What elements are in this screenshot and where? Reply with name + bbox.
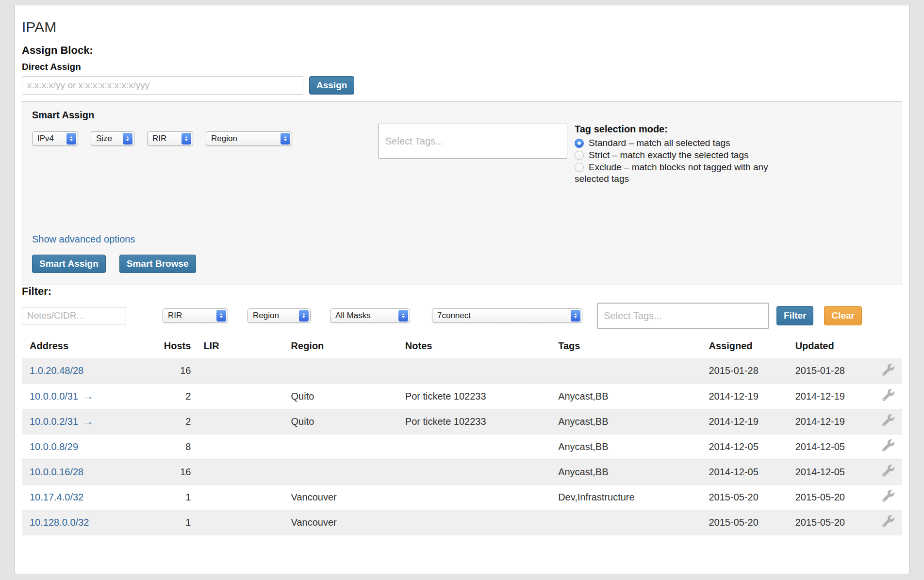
actions-cell <box>869 484 902 510</box>
wrench-icon[interactable] <box>882 490 894 502</box>
col-header-region: Region <box>284 340 398 358</box>
address-link[interactable]: 10.0.0.0/31 <box>30 391 78 402</box>
smart-select-group: IPv4 Size RIR Region <box>32 131 292 146</box>
table-row: 10.0.0.16/28 16 Anycast,BB 2014-12-05 20… <box>22 459 902 484</box>
actions-cell <box>869 459 902 484</box>
notes-cidr-input[interactable] <box>22 307 126 324</box>
direct-assign-input[interactable] <box>22 76 303 95</box>
wrench-icon[interactable] <box>882 364 894 376</box>
tag-mode-option[interactable]: Standard – match all selected tags <box>575 137 827 149</box>
updated-cell: 2014-12-05 <box>789 459 869 484</box>
col-header-notes: Notes <box>398 340 551 358</box>
tag-selection-mode-label: Tag selection mode: <box>575 124 827 135</box>
address-cell: 10.128.0.0/32 <box>22 510 150 535</box>
notes-cell: Por tickete 102233 <box>398 409 551 434</box>
region-cell: Vancouver <box>284 510 398 535</box>
region-cell: Quito <box>284 409 398 434</box>
hosts-cell: 1 <box>150 510 197 535</box>
assign-block-heading: Assign Block: <box>22 44 902 57</box>
chevron-up-down-icon <box>299 310 309 322</box>
lir-cell <box>197 510 284 535</box>
address-cell: 10.0.0.2/31→ <box>22 409 150 434</box>
lir-cell <box>197 434 284 459</box>
ip-version-select-value: IPv4 <box>37 134 54 144</box>
lir-cell <box>197 409 284 434</box>
tags-cell: Dev,Infrastructure <box>551 484 702 510</box>
region-select[interactable]: Region <box>206 131 292 146</box>
wrench-icon[interactable] <box>882 414 894 426</box>
tag-mode-option[interactable]: Strict – match exactly the selected tags <box>575 149 827 161</box>
updated-cell: 2015-01-28 <box>789 358 869 384</box>
table-row: 10.128.0.0/32 1 Vancouver 2015-05-20 201… <box>22 510 902 535</box>
tags-cell: Anycast,BB <box>551 384 702 409</box>
filter-region-select-value: Region <box>253 311 279 321</box>
wrench-icon[interactable] <box>882 439 894 451</box>
page-title: IPAM <box>22 19 902 35</box>
size-select[interactable]: Size <box>91 131 134 146</box>
assign-arrow-icon[interactable]: → <box>83 390 93 402</box>
assign-button[interactable]: Assign <box>309 76 354 95</box>
region-cell <box>284 459 398 484</box>
ip-version-select[interactable]: IPv4 <box>32 131 78 146</box>
address-link[interactable]: 1.0.20.48/28 <box>30 365 83 376</box>
hosts-cell: 16 <box>150 358 197 384</box>
notes-cell <box>398 459 551 484</box>
smart-assign-buttons: Smart Assign Smart Browse <box>32 255 892 273</box>
direct-assign-label: Direct Assign <box>22 62 902 72</box>
show-advanced-options-link[interactable]: Show advanced options <box>32 234 135 245</box>
tags-cell <box>551 358 702 384</box>
actions-cell <box>869 510 902 535</box>
size-select-value: Size <box>96 134 112 144</box>
tag-mode-option[interactable]: Exclude – match blocks not tagged with a… <box>575 161 783 185</box>
address-cell: 10.0.0.8/29 <box>22 434 150 459</box>
filter-rir-select[interactable]: RIR <box>163 308 228 323</box>
updated-cell: 2015-05-20 <box>789 510 869 535</box>
col-header-actions <box>869 340 902 358</box>
clear-button[interactable]: Clear <box>824 306 862 325</box>
wrench-icon[interactable] <box>882 465 894 477</box>
updated-cell: 2014-12-19 <box>789 409 869 434</box>
lir-cell <box>197 384 284 409</box>
smart-assign-button[interactable]: Smart Assign <box>32 255 106 273</box>
actions-cell <box>869 384 902 409</box>
filter-button[interactable]: Filter <box>776 306 813 325</box>
assign-arrow-icon[interactable]: → <box>83 416 93 427</box>
radio-icon <box>575 139 584 148</box>
filter-region-select[interactable]: Region <box>248 308 311 323</box>
wrench-icon[interactable] <box>882 389 894 401</box>
address-link[interactable]: 10.17.4.0/32 <box>30 492 83 502</box>
tag-mode-option-label: Exclude – match blocks not tagged with a… <box>575 162 768 184</box>
lir-cell <box>197 484 284 510</box>
smart-tags-input[interactable] <box>378 124 567 159</box>
smart-assign-panel: Smart Assign IPv4 Size RIR Region <box>22 101 902 285</box>
smart-browse-button[interactable]: Smart Browse <box>119 255 196 273</box>
filter-heading: Filter: <box>22 285 902 298</box>
smart-assign-controls: IPv4 Size RIR Region Tag selecti <box>32 124 892 185</box>
assigned-cell: 2015-01-28 <box>702 358 788 384</box>
address-link[interactable]: 10.0.0.16/28 <box>30 467 83 477</box>
filter-controls: RIR Region All Masks 7connect Filter Cle… <box>22 303 902 329</box>
address-cell: 1.0.20.48/28 <box>22 358 150 384</box>
col-header-hosts: Hosts <box>150 340 197 358</box>
filter-masks-select[interactable]: All Masks <box>330 308 410 323</box>
table-row: 1.0.20.48/28 16 2015-01-28 2015-01-28 <box>22 358 902 384</box>
filter-resource-select[interactable]: 7connect <box>432 308 582 323</box>
ipam-card: IPAM Assign Block: Direct Assign Assign … <box>15 5 909 574</box>
address-link[interactable]: 10.0.0.8/29 <box>30 441 78 452</box>
region-cell: Vancouver <box>284 484 398 510</box>
filter-tags-input[interactable] <box>597 303 769 329</box>
table-header-row: Address Hosts LIR Region Notes Tags Assi… <box>22 340 902 358</box>
rir-select[interactable]: RIR <box>147 131 193 146</box>
assigned-cell: 2014-12-05 <box>702 459 788 484</box>
assigned-cell: 2014-12-19 <box>702 409 788 434</box>
col-header-assigned: Assigned <box>702 340 788 358</box>
wrench-icon[interactable] <box>882 515 894 527</box>
chevron-up-down-icon <box>182 133 191 145</box>
address-link[interactable]: 10.0.0.2/31 <box>30 416 78 427</box>
col-header-updated: Updated <box>789 340 869 358</box>
region-select-value: Region <box>211 134 237 144</box>
table-row: 10.0.0.0/31→ 2 Quito Por tickete 102233 … <box>22 384 902 409</box>
address-link[interactable]: 10.128.0.0/32 <box>30 517 89 528</box>
chevron-up-down-icon <box>571 310 580 322</box>
chevron-up-down-icon <box>280 133 290 145</box>
